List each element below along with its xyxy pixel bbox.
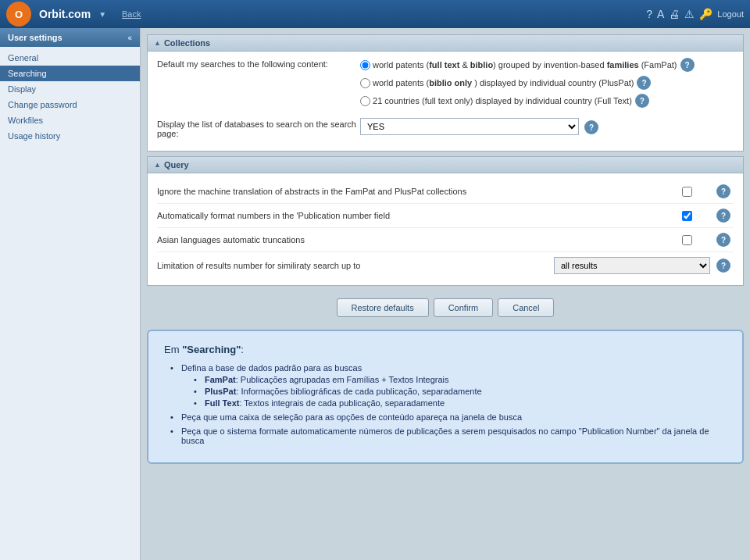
topbar: O Orbit.com ▼ Back ? A 🖨 ⚠ 🔑 Logout	[0, 0, 750, 28]
query-asian-info: ?	[710, 233, 734, 247]
default-content-options: world patents (full text & biblio) group…	[360, 58, 734, 112]
query-format-row: Automatically format numbers in the 'Pub…	[157, 204, 734, 228]
query-similarity-select[interactable]: all results 100 500 1000 5000	[554, 257, 710, 274]
famPat-info-icon[interactable]: ?	[680, 58, 695, 72]
sidebar-title: User settings	[8, 33, 62, 42]
db-info-icon[interactable]: ?	[584, 120, 598, 134]
info-intro: Em "Searching":	[164, 344, 727, 355]
action-buttons-row: Restore defaults Confirm Cancel	[147, 291, 744, 325]
help-icon[interactable]: ?	[646, 8, 652, 20]
info-subitem-plusPat: PlusPat: Informações bibliográficas de c…	[194, 387, 727, 396]
famPat-radio[interactable]	[360, 60, 370, 70]
orbit-logo: O	[6, 2, 31, 27]
query-header: ▲ Query	[148, 157, 743, 173]
sidebar-header: User settings «	[0, 28, 140, 47]
query-asian-label: Asian languages automatic truncations	[157, 235, 663, 244]
asian-info-icon[interactable]: ?	[716, 233, 730, 247]
sidebar-item-searching[interactable]: Searching	[0, 66, 140, 81]
similarity-info-icon[interactable]: ?	[716, 259, 730, 273]
query-similarity-info: ?	[710, 259, 734, 273]
info-item-1: Defina a base de dados padrão para as bu…	[170, 363, 727, 408]
default-content-label: Default my searches to the following con…	[157, 58, 360, 69]
sidebar: User settings « General Searching Displa…	[0, 28, 141, 560]
query-format-checkbox[interactable]	[682, 211, 692, 221]
format-info-icon[interactable]: ?	[716, 209, 730, 223]
info-item-2: Peça que uma caixa de seleção para as op…	[170, 412, 727, 422]
cancel-button[interactable]: Cancel	[498, 298, 554, 317]
key-icon[interactable]: 🔑	[699, 8, 712, 20]
content-area: ▲ Collections Default my searches to the…	[141, 28, 750, 560]
back-button[interactable]: Back	[122, 9, 141, 19]
query-asian-row: Asian languages automatic truncations ?	[157, 228, 734, 252]
collections-body: Default my searches to the following con…	[148, 52, 743, 151]
main-layout: User settings « General Searching Displa…	[0, 28, 750, 560]
confirm-button[interactable]: Confirm	[434, 298, 494, 317]
query-title: Query	[164, 160, 189, 169]
sidebar-collapse-icon[interactable]: «	[127, 34, 132, 42]
plusPat-info-icon[interactable]: ?	[637, 76, 651, 90]
logout-button[interactable]: Logout	[717, 9, 744, 19]
fullText-info-icon[interactable]: ?	[635, 94, 649, 108]
fullText-radio[interactable]	[360, 96, 370, 106]
query-triangle-icon: ▲	[154, 161, 161, 169]
sidebar-item-general[interactable]: General	[0, 50, 140, 66]
sidebar-nav: General Searching Display Change passwor…	[0, 50, 140, 144]
query-translation-control	[663, 187, 710, 197]
info-item-3: Peça que o sistema formate automaticamen…	[170, 426, 727, 445]
sidebar-item-usage-history[interactable]: Usage history	[0, 128, 140, 144]
query-similarity-control: all results 100 500 1000 5000	[554, 257, 710, 274]
collections-panel: ▲ Collections Default my searches to the…	[147, 34, 744, 152]
plusPat-radio[interactable]	[360, 78, 370, 88]
fullText-label: 21 countries (full text only) displayed …	[370, 96, 632, 105]
logo-text: O	[15, 9, 23, 20]
query-format-info: ?	[710, 209, 734, 223]
info-panel: Em "Searching": Defina a base de dados p…	[147, 330, 744, 464]
sidebar-item-workfiles[interactable]: Workfiles	[0, 112, 140, 128]
query-asian-control	[663, 235, 710, 245]
default-content-row: Default my searches to the following con…	[157, 58, 734, 112]
restore-defaults-button[interactable]: Restore defaults	[337, 298, 429, 317]
db-display-row: Display the list of databases to search …	[157, 118, 734, 138]
query-similarity-row: Limitation of results number for similir…	[157, 252, 734, 279]
brand-arrow-icon: ▼	[98, 10, 106, 19]
translation-info-icon[interactable]: ?	[716, 184, 730, 198]
plusPat-label: world patents (biblio only ) displayed b…	[370, 78, 634, 87]
plusPat-option-row: world patents (biblio only ) displayed b…	[360, 76, 734, 90]
query-similarity-label: Limitation of results number for similir…	[157, 261, 554, 270]
famPat-label: world patents (full text & biblio) group…	[370, 60, 677, 70]
collections-triangle-icon: ▲	[154, 39, 161, 47]
db-display-label: Display the list of databases to search …	[157, 118, 360, 138]
info-subitem-fullText: Full Text: Textos integrais de cada publ…	[194, 398, 727, 408]
query-translation-label: Ignore the machine translation of abstra…	[157, 187, 663, 196]
info-subitem-famPat: FamPat: Publicações agrupadas em Família…	[194, 375, 727, 384]
info-sublist-1: FamPat: Publicações agrupadas em Família…	[181, 375, 727, 408]
query-translation-info: ?	[710, 184, 734, 198]
db-display-value: YES NO ?	[360, 118, 734, 135]
query-format-control	[663, 211, 710, 221]
query-panel: ▲ Query Ignore the machine translation o…	[147, 156, 744, 286]
query-translation-row: Ignore the machine translation of abstra…	[157, 180, 734, 204]
famPat-option-row: world patents (full text & biblio) group…	[360, 58, 734, 72]
sidebar-item-change-password[interactable]: Change password	[0, 97, 140, 112]
brand-name: Orbit.com	[39, 8, 91, 20]
sidebar-item-display[interactable]: Display	[0, 81, 140, 97]
info-list: Defina a base de dados padrão para as bu…	[164, 363, 727, 445]
printer-icon[interactable]: 🖨	[669, 8, 680, 20]
db-display-select[interactable]: YES NO	[360, 118, 579, 135]
query-asian-checkbox[interactable]	[682, 235, 692, 245]
alert-icon[interactable]: ⚠	[684, 8, 695, 20]
query-body: Ignore the machine translation of abstra…	[148, 173, 743, 285]
fullText-option-row: 21 countries (full text only) displayed …	[360, 94, 734, 108]
topbar-right: ? A 🖨 ⚠ 🔑 Logout	[646, 8, 744, 20]
query-format-label: Automatically format numbers in the 'Pub…	[157, 211, 663, 220]
query-translation-checkbox[interactable]	[682, 187, 692, 197]
collections-title: Collections	[164, 38, 210, 48]
topbar-left: O Orbit.com ▼ Back	[6, 2, 141, 27]
collections-header: ▲ Collections	[148, 35, 743, 52]
user-icon[interactable]: A	[657, 8, 664, 20]
